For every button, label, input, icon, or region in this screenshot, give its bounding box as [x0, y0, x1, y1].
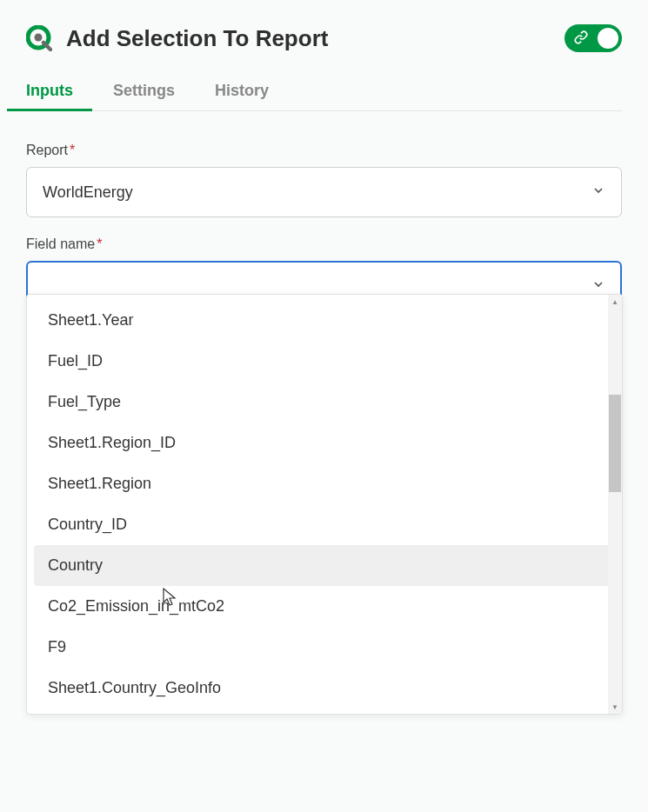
field-name-label: Field name*	[26, 236, 622, 252]
dropdown-item[interactable]: Sheet1.Region_ID	[34, 423, 615, 463]
tab-settings[interactable]: Settings	[113, 77, 175, 110]
qlik-logo-icon	[26, 25, 52, 51]
required-asterisk: *	[97, 236, 102, 251]
dropdown-item[interactable]: Sheet1.Region	[34, 463, 615, 504]
report-label: Report*	[26, 143, 622, 158]
field-name-dropdown: Sheet1.YearFuel_IDFuel_TypeSheet1.Region…	[26, 294, 623, 715]
link-icon	[574, 30, 588, 47]
chevron-down-icon	[591, 277, 605, 296]
field-name-label-text: Field name	[26, 236, 95, 251]
scrollbar-thumb[interactable]	[609, 395, 621, 492]
dropdown-item[interactable]: Sheet1.Year	[34, 300, 615, 341]
dropdown-scroll-area[interactable]: Sheet1.YearFuel_IDFuel_TypeSheet1.Region…	[27, 295, 622, 714]
scroll-down-icon[interactable]: ▼	[608, 700, 622, 714]
enable-toggle[interactable]	[564, 24, 622, 52]
dropdown-item[interactable]: Sheet1.Country_GeoInfo	[34, 668, 615, 709]
dropdown-item[interactable]: F9	[34, 627, 615, 668]
dropdown-item[interactable]: Country	[34, 545, 615, 586]
dialog-header: Add Selection To Report	[26, 24, 622, 52]
header-left: Add Selection To Report	[26, 25, 328, 52]
dialog-title: Add Selection To Report	[66, 25, 328, 52]
required-asterisk: *	[70, 143, 75, 157]
field-name-group: Field name* Sheet1.YearFuel_IDFuel_TypeS…	[26, 236, 622, 311]
dropdown-item[interactable]: Country_ID	[34, 504, 615, 545]
scroll-up-icon[interactable]: ▲	[608, 295, 622, 309]
dropdown-item[interactable]: Fuel_Type	[34, 382, 615, 423]
report-select[interactable]: WorldEnergy	[26, 167, 622, 217]
tab-inputs[interactable]: Inputs	[26, 77, 73, 110]
tabs-nav: Inputs Settings History	[26, 77, 622, 111]
report-select-value: WorldEnergy	[43, 183, 133, 202]
svg-point-1	[35, 34, 43, 42]
dropdown-item[interactable]: Fuel_ID	[34, 341, 615, 382]
scrollbar[interactable]: ▲ ▼	[608, 295, 622, 714]
chevron-down-icon	[591, 183, 605, 202]
report-field-group: Report* WorldEnergy	[26, 143, 622, 217]
tab-history[interactable]: History	[215, 77, 269, 110]
report-label-text: Report	[26, 143, 68, 157]
toggle-knob	[598, 28, 618, 49]
dropdown-item[interactable]: Co2_Emission_in_mtCo2	[34, 586, 615, 627]
